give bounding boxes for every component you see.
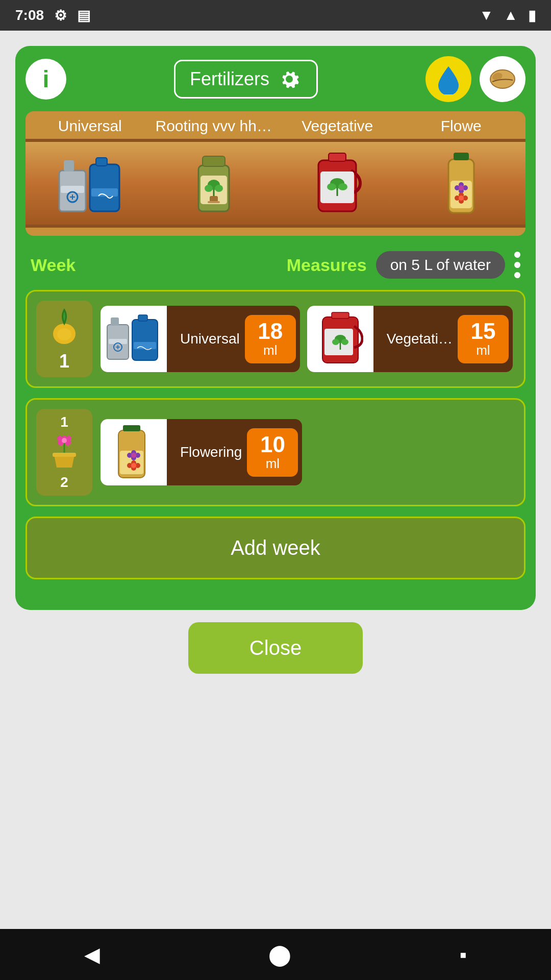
- wifi-icon: ▼: [480, 7, 494, 23]
- vegetative-bottle-icon: [309, 150, 365, 216]
- svg-rect-30: [454, 153, 469, 160]
- svg-point-43: [57, 328, 71, 340]
- fert-item-flowering-w2[interactable]: Flowering 10 ml: [101, 419, 302, 485]
- gear-status-icon: ⚙: [54, 7, 67, 24]
- info-button[interactable]: i: [26, 59, 66, 100]
- time-display: 7:08: [15, 7, 44, 23]
- battery-icon: ▮: [528, 7, 536, 24]
- back-button[interactable]: ◀: [84, 943, 100, 966]
- svg-point-55: [332, 339, 339, 345]
- vegetative-label-amount: Vegetati…: [373, 326, 458, 352]
- week-2-top-number: 1: [60, 414, 68, 430]
- signal-icon: ▲: [504, 7, 518, 23]
- universal-bottles-icon: [57, 155, 123, 216]
- shelf-items: [26, 139, 525, 228]
- add-week-button[interactable]: Add week: [26, 517, 525, 579]
- svg-point-27: [338, 183, 347, 190]
- water-drop-icon: [436, 64, 461, 94]
- svg-rect-20: [208, 201, 220, 203]
- seeds-icon: [487, 64, 518, 94]
- main-bg: i Fertilizers: [0, 31, 551, 980]
- status-bar-right: ▼ ▲ ▮: [480, 7, 536, 24]
- flowering-fert-img: [101, 419, 167, 485]
- flowering-small-icon: [111, 424, 157, 480]
- week-1-number: 1: [59, 351, 69, 372]
- svg-rect-23: [329, 153, 346, 161]
- fertilizers-button[interactable]: Fertilizers: [174, 60, 318, 99]
- flowering-amount-num: 10: [260, 433, 285, 456]
- fertilizer-shelf: Universal Rooting vvv hh… Vegetative Flo…: [26, 111, 525, 236]
- fertilizers-label: Fertilizers: [190, 68, 269, 90]
- shelf-item-vegetative[interactable]: [278, 150, 397, 216]
- week-card-2: 1 2: [26, 398, 525, 506]
- vegetative-small-icon: [317, 311, 363, 367]
- shelf-item-universal[interactable]: [31, 155, 149, 216]
- fert-item-universal-w1[interactable]: Universal 18 ml: [101, 306, 300, 372]
- svg-point-64: [62, 438, 67, 443]
- info-icon: i: [43, 65, 49, 93]
- dot-2: [514, 262, 520, 268]
- svg-rect-48: [132, 320, 158, 360]
- vegetative-fert-img: [307, 306, 373, 372]
- vegetative-amount-unit: ml: [476, 342, 490, 358]
- measures-section: Measures on 5 L of water: [287, 251, 520, 279]
- vegetative-name: Vegetati…: [381, 331, 453, 347]
- universal-amount-num: 18: [258, 320, 283, 342]
- universal-label-amount: Universal: [167, 326, 245, 352]
- seeds-button[interactable]: [480, 56, 525, 102]
- svg-rect-52: [332, 312, 349, 318]
- home-button[interactable]: ⬤: [268, 943, 291, 966]
- shelf-item-rooting[interactable]: [155, 150, 273, 216]
- flower-pot-icon: [46, 434, 82, 470]
- flowering-label-amount: Flowering: [167, 439, 247, 465]
- svg-rect-50: [134, 342, 156, 349]
- dot-3: [514, 272, 520, 278]
- android-nav-bar: ◀ ⬤ ▪: [0, 929, 551, 980]
- water-button[interactable]: [425, 56, 471, 102]
- three-dots-menu[interactable]: [514, 252, 520, 278]
- shelf-item-flowering[interactable]: [402, 150, 521, 216]
- svg-point-36: [459, 185, 464, 190]
- dot-1: [514, 252, 520, 258]
- svg-rect-13: [203, 156, 225, 166]
- week-card-1: 1: [26, 290, 525, 388]
- shelf-label-rooting: Rooting vvv hh…: [155, 117, 273, 135]
- flowering-amount-unit: ml: [266, 456, 280, 472]
- green-card: i Fertilizers: [15, 46, 536, 610]
- svg-point-77: [131, 463, 136, 468]
- week-label: Week: [31, 255, 76, 275]
- flowering-amount: 10 ml: [247, 428, 298, 477]
- svg-rect-49: [138, 315, 147, 321]
- svg-point-63: [66, 436, 71, 441]
- svg-point-18: [215, 185, 223, 192]
- universal-small-icon: [106, 313, 162, 364]
- recent-apps-button[interactable]: ▪: [460, 943, 467, 966]
- svg-rect-9: [96, 158, 107, 166]
- week-2-bottom-number: 2: [60, 474, 68, 491]
- onion-icon: [46, 306, 82, 347]
- vegetative-amount-num: 15: [470, 320, 495, 342]
- close-button[interactable]: Close: [188, 622, 363, 674]
- fert-item-vegetative-w1[interactable]: Vegetati… 15 ml: [307, 306, 513, 372]
- svg-rect-4: [64, 160, 74, 172]
- svg-rect-57: [53, 453, 76, 457]
- svg-point-26: [327, 183, 336, 190]
- gear-icon: [277, 66, 302, 92]
- week-measures-row: Week Measures on 5 L of water: [26, 251, 525, 279]
- svg-point-56: [341, 339, 348, 345]
- week-2-number-box: 1 2: [36, 409, 92, 496]
- rooting-bottle-icon: [188, 150, 239, 216]
- vegetative-amount: 15 ml: [458, 315, 509, 363]
- week-1-fertilizers: Universal 18 ml: [101, 306, 513, 372]
- status-bar: 7:08 ⚙ ▤ ▼ ▲ ▮: [0, 0, 551, 31]
- status-bar-left: 7:08 ⚙ ▤: [15, 7, 90, 24]
- svg-point-62: [57, 436, 62, 441]
- week-2-fertilizers: Flowering 10 ml: [101, 419, 302, 485]
- svg-rect-66: [123, 425, 140, 431]
- svg-rect-10: [91, 188, 118, 197]
- shelf-label-vegetative: Vegetative: [278, 117, 397, 135]
- header-row: i Fertilizers: [26, 56, 525, 102]
- svg-rect-7: [90, 164, 119, 211]
- header-right-icons: [425, 56, 525, 102]
- water-badge: on 5 L of water: [376, 251, 505, 279]
